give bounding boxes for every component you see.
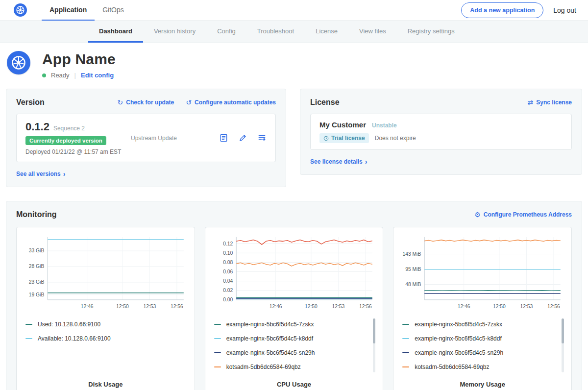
svg-text:12:46: 12:46 [458, 304, 470, 309]
monitoring-title: Monitoring [16, 210, 57, 219]
svg-text:0.02: 0.02 [223, 288, 233, 293]
legend-dash-icon [214, 366, 221, 367]
chevron-right-icon: › [63, 170, 66, 178]
channel-label: Unstable [372, 122, 397, 129]
svg-text:0.00: 0.00 [223, 297, 233, 302]
legend-scrollbar[interactable] [373, 318, 375, 372]
tab-view-files[interactable]: View files [348, 21, 397, 43]
see-all-versions-link[interactable]: See all versions› [16, 170, 276, 178]
legend-label: example-nginx-5bc6f5d4c5-7zskx [415, 321, 502, 328]
memory-usage-legend: example-nginx-5bc6f5d4c5-7zskxexample-ng… [399, 317, 565, 374]
tab-gitops[interactable]: GitOps [95, 0, 132, 21]
chart-title: Disk Usage [23, 374, 189, 388]
app-logo-icon [7, 51, 30, 74]
divider: | [74, 72, 76, 79]
svg-text:0.06: 0.06 [223, 269, 233, 274]
legend-dash-icon [25, 338, 32, 339]
legend-dash-icon [402, 366, 409, 367]
sync-license-button[interactable]: ⇄ Sync license [528, 99, 572, 106]
svg-text:19 GiB: 19 GiB [29, 292, 45, 297]
cpu-usage-chart: 0.120.100.080.060.040.020.0012:4612:5012… [211, 233, 377, 313]
legend-scrollbar[interactable] [562, 318, 564, 372]
check-for-update-button[interactable]: ↻ Check for update [118, 99, 174, 106]
legend-label: Used: 10.128.0.66:9100 [38, 321, 100, 328]
legend-item: example-nginx-5bc6f5d4c5-k8ddf [214, 331, 369, 345]
app-name: App Name [42, 51, 116, 68]
trial-license-badge: Trial license [319, 133, 369, 143]
top-nav: Application GitOps Add a new application… [0, 0, 588, 21]
license-panel: License ⇄ Sync license My Customer Unsta… [300, 89, 582, 175]
svg-text:12:50: 12:50 [493, 304, 506, 309]
legend-label: example-nginx-5bc6f5d4c5-sn29h [226, 349, 315, 356]
svg-text:12:53: 12:53 [332, 304, 344, 309]
tab-config[interactable]: Config [206, 21, 246, 43]
status-dot [42, 73, 46, 77]
svg-text:12:56: 12:56 [547, 304, 560, 309]
configure-prometheus-button[interactable]: ⚙ Configure Prometheus Address [474, 211, 572, 218]
version-sequence: Sequence 2 [53, 125, 85, 132]
svg-text:0.08: 0.08 [223, 260, 233, 265]
config-edit-icon[interactable] [238, 133, 247, 143]
deployed-timestamp: Deployed 01/21/22 @ 11:57 am EST [25, 148, 131, 155]
sync-icon: ⇄ [528, 99, 534, 106]
disk-usage-card: 33 GiB28 GiB23 GiB19 GiB12:4612:5012:531… [16, 227, 195, 390]
legend-label: kotsadm-5db6dc6584-69qbz [226, 364, 301, 370]
upstream-update-label: Upstream Update [131, 135, 177, 142]
legend-scrollbar-thumb[interactable] [373, 318, 375, 343]
chart-title: Memory Usage [399, 374, 565, 388]
tab-license[interactable]: License [305, 21, 348, 43]
see-license-details-link[interactable]: See license details› [310, 158, 572, 166]
legend-label: example-nginx-5bc6f5d4c5-k8ddf [415, 335, 501, 342]
svg-text:95 MiB: 95 MiB [405, 267, 421, 272]
release-notes-icon[interactable] [219, 133, 228, 143]
legend-item: kotsadm-5db6dc6584-69qbz [214, 360, 369, 374]
svg-text:33 GiB: 33 GiB [29, 248, 45, 253]
legend-dash-icon [214, 324, 221, 325]
view-diff-icon[interactable] [257, 133, 267, 143]
monitoring-panel: Monitoring ⚙ Configure Prometheus Addres… [6, 201, 582, 390]
svg-text:12:56: 12:56 [171, 304, 183, 309]
chart-title: CPU Usage [211, 374, 377, 388]
tab-dashboard[interactable]: Dashboard [88, 21, 143, 43]
clock-icon [323, 136, 329, 141]
top-nav-right: Add a new application Log out [461, 2, 576, 18]
svg-text:12:50: 12:50 [116, 304, 129, 309]
logout-button[interactable]: Log out [553, 6, 576, 14]
customer-name: My Customer [319, 121, 366, 129]
legend-item: Available: 10.128.0.66:9100 [25, 331, 181, 345]
tab-version-history[interactable]: Version history [143, 21, 206, 43]
disk-usage-legend: Used: 10.128.0.66:9100Available: 10.128.… [23, 317, 189, 345]
memory-usage-chart: 143 MiB95 MiB48 MiB12:4612:5012:5312:56 [399, 233, 565, 313]
add-application-button[interactable]: Add a new application [461, 2, 543, 18]
legend-item: example-nginx-5bc6f5d4c5-sn29h [214, 345, 369, 360]
edit-config-link[interactable]: Edit config [81, 72, 114, 79]
legend-item: Used: 10.128.0.66:9100 [25, 317, 181, 331]
svg-text:12:50: 12:50 [305, 304, 318, 309]
version-panel: Version ↻ Check for update ↺ Configure a… [6, 89, 286, 187]
svg-text:12:46: 12:46 [269, 304, 282, 309]
main-content: Version ↻ Check for update ↺ Configure a… [0, 89, 588, 390]
kubernetes-logo-icon [14, 3, 27, 17]
legend-item: example-nginx-5bc6f5d4c5-7zskx [214, 317, 369, 331]
svg-text:23 GiB: 23 GiB [29, 279, 45, 285]
app-subnav: Dashboard Version history Config Trouble… [0, 21, 588, 43]
current-version-box: 0.1.2 Sequence 2 Currently deployed vers… [16, 114, 276, 162]
status-text: Ready [51, 72, 70, 79]
legend-dash-icon [402, 338, 409, 339]
version-title: Version [16, 98, 45, 107]
license-details-box: My Customer Unstable Trial license Does … [310, 114, 572, 150]
tab-application[interactable]: Application [42, 0, 95, 21]
svg-text:0.04: 0.04 [223, 278, 233, 284]
tab-registry-settings[interactable]: Registry settings [397, 21, 466, 43]
legend-scrollbar-thumb[interactable] [562, 318, 564, 343]
legend-dash-icon [214, 338, 221, 339]
refresh-icon: ↻ [118, 99, 123, 106]
app-title-block: App Name Ready | Edit config [42, 51, 116, 79]
chart-line [425, 240, 561, 242]
tab-troubleshoot[interactable]: Troubleshoot [246, 21, 305, 43]
legend-label: kotsadm-5db6dc6584-69qbz [415, 364, 489, 370]
svg-text:143 MiB: 143 MiB [403, 251, 421, 257]
configure-automatic-updates-button[interactable]: ↺ Configure automatic updates [186, 99, 276, 106]
svg-text:48 MiB: 48 MiB [405, 282, 421, 287]
chevron-right-icon: › [365, 158, 368, 166]
